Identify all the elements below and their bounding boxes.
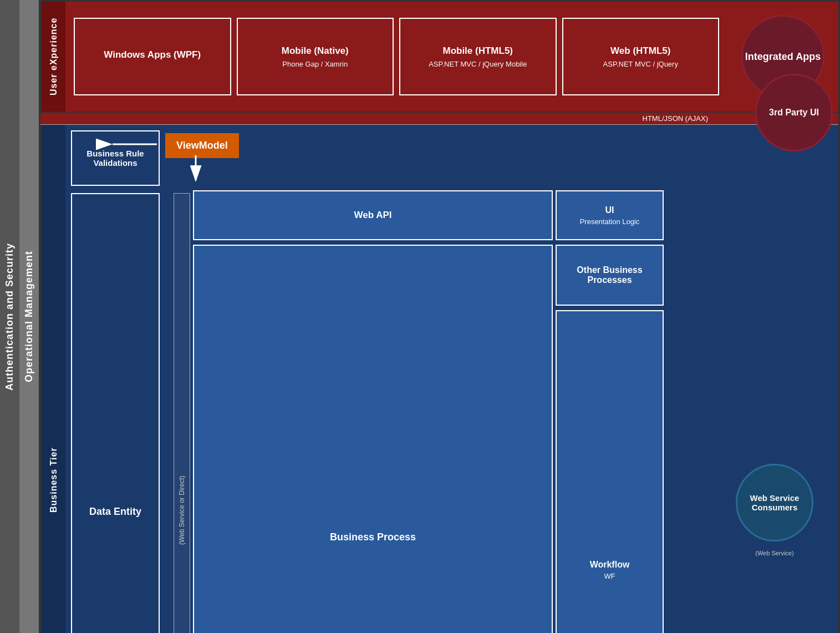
mobile-html5-card: Mobile (HTML5) ASP.NET MVC / jQuery Mobi… xyxy=(399,18,557,95)
ui-title: UI xyxy=(605,205,614,215)
right-col: UI Presentation Logic Other Business Pro… xyxy=(556,190,664,633)
ajax-bar: HTML/JSON (AJAX) xyxy=(40,113,838,125)
mobile-native-subtitle: Phone Gap / Xamrin xyxy=(282,60,348,68)
ajax-bar-container: HTML/JSON (AJAX) 3rd Party UI xyxy=(40,113,838,125)
ui-subtitle: Presentation Logic xyxy=(580,217,640,226)
ws-note-area: (Web Service) xyxy=(666,190,716,633)
ws-note-bottom: (Web Service) xyxy=(755,550,793,556)
business-rule-validations-box: Business Rule Validations xyxy=(71,130,160,186)
windows-apps-title: Windows Apps (WPF) xyxy=(104,49,201,60)
right-ellipse-area: Web Service Consumers (Web Service) xyxy=(716,190,833,633)
ui-box: UI Presentation Logic xyxy=(556,190,664,240)
web-api-box: Web API xyxy=(193,190,553,240)
auth-security-label: Authentication and Security xyxy=(0,0,19,633)
ux-cards: Windows Apps (WPF) Mobile (Native) Phone… xyxy=(65,2,727,112)
web-service-consumers-ellipse: Web Service Consumers xyxy=(736,464,813,541)
ops-management-label: Operational Management xyxy=(19,0,39,633)
other-business-processes-box: Other Business Processes xyxy=(556,245,664,306)
third-party-ui-ellipse: 3rd Party UI xyxy=(755,74,833,151)
web-html5-card: Web (HTML5) ASP.NET MVC / jQuery xyxy=(562,18,720,95)
viewmodel-box: ViewModel xyxy=(165,133,239,158)
business-main: Data Entity (Web Service or Direct) Web … xyxy=(71,190,833,633)
windows-apps-card: Windows Apps (WPF) xyxy=(74,18,231,95)
web-html5-title: Web (HTML5) xyxy=(610,45,670,57)
ws-direct-label: (Web Service or Direct) xyxy=(174,193,190,633)
workflow-box: Workflow WF xyxy=(556,310,664,633)
web-html5-subtitle: ASP.NET MVC / jQuery xyxy=(603,60,678,68)
mobile-native-card: Mobile (Native) Phone Gap / Xamrin xyxy=(237,18,394,95)
business-row: Business Tier Business Rule Validations … xyxy=(40,125,838,633)
ux-row: User eXperience Windows Apps (WPF) Mobil… xyxy=(40,2,838,113)
mobile-html5-title: Mobile (HTML5) xyxy=(442,45,513,57)
left-col: Data Entity xyxy=(71,190,168,633)
mobile-native-title: Mobile (Native) xyxy=(282,45,349,57)
business-content: Business Rule Validations ViewModel Data… xyxy=(65,125,838,633)
business-top-row: Business Rule Validations ViewModel xyxy=(71,130,833,186)
business-process-box: Business Process xyxy=(193,245,553,633)
center-col: Web API Business Process xyxy=(193,190,553,633)
data-entity-box: Data Entity xyxy=(71,193,160,633)
mobile-html5-subtitle: ASP.NET MVC / jQuery Mobile xyxy=(429,60,527,68)
ux-label: User eXperience xyxy=(40,2,65,112)
business-tier-label: Business Tier xyxy=(40,125,65,633)
